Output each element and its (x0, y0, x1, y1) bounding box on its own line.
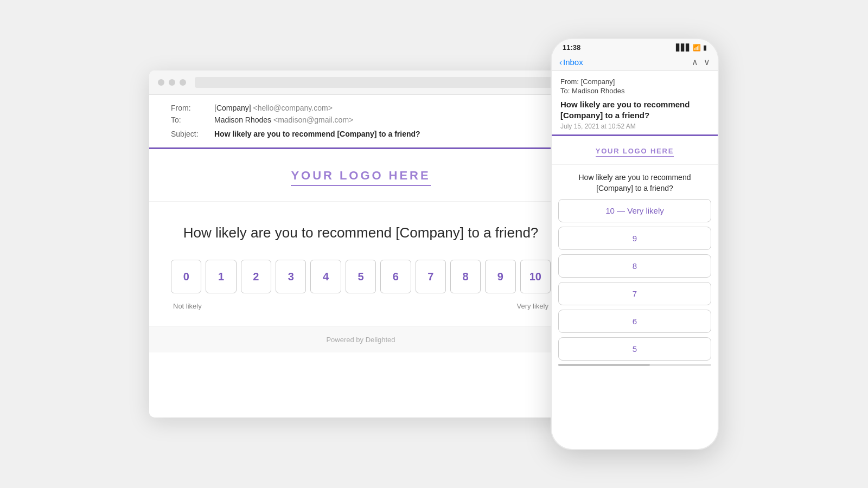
nps-button-4[interactable]: 4 (310, 260, 341, 293)
nps-scale[interactable]: 012345678910 (171, 260, 551, 293)
nps-button-5[interactable]: 5 (346, 260, 376, 293)
phone-to: To: Madison Rhodes (560, 87, 709, 95)
scroll-thumb (558, 364, 650, 366)
to-label: To: (171, 115, 214, 124)
phone-option-3[interactable]: 7 (558, 282, 711, 305)
email-from-row: From: [Company] <hello@company.com> (171, 104, 551, 112)
phone-option-1[interactable]: 9 (558, 227, 711, 250)
nps-button-2[interactable]: 2 (241, 260, 271, 293)
mobile-phone: 11:38 ▋▋▋ 📶 ▮ ‹ Inbox ∧ ∨ From: [Company… (551, 38, 719, 450)
traffic-light-green (180, 79, 186, 86)
email-footer: Powered by Delighted (149, 326, 572, 352)
email-subject-row: Subject: How likely are you to recommend… (171, 130, 551, 138)
nps-button-10[interactable]: 10 (520, 260, 551, 293)
nps-button-7[interactable]: 7 (416, 260, 446, 293)
email-logo-section: YOUR LOGO HERE (149, 149, 572, 202)
address-bar (195, 77, 564, 88)
label-not-likely: Not likely (173, 302, 202, 310)
wifi-icon: 📶 (693, 44, 701, 52)
signal-icon: ▋▋▋ (676, 44, 691, 52)
nav-arrows[interactable]: ∧ ∨ (692, 57, 710, 67)
nps-button-0[interactable]: 0 (171, 260, 201, 293)
phone-email-meta: From: [Company] To: Madison Rhodes How l… (552, 71, 718, 134)
traffic-light-red (158, 79, 164, 86)
phone-date: July 15, 2021 at 10:52 AM (560, 123, 709, 130)
next-email-button[interactable]: ∨ (704, 57, 710, 67)
phone-survey-question: How likely are you to recommend [Company… (552, 165, 718, 199)
phone-option-5[interactable]: 5 (558, 337, 711, 361)
inbox-label[interactable]: Inbox (563, 57, 583, 67)
inbox-back-button[interactable]: ‹ Inbox (559, 57, 583, 67)
phone-email-nav[interactable]: ‹ Inbox ∧ ∨ (552, 54, 718, 71)
traffic-light-yellow (169, 79, 175, 86)
label-very-likely: Very likely (516, 302, 548, 310)
desktop-email-window: From: [Company] <hello@company.com> To: … (149, 70, 572, 418)
window-titlebar (149, 70, 572, 95)
subject-value: How likely are you to recommend [Company… (214, 130, 420, 138)
nps-button-8[interactable]: 8 (450, 260, 481, 293)
phone-option-4[interactable]: 6 (558, 310, 711, 333)
battery-icon: ▮ (703, 44, 707, 52)
survey-question: How likely are you to recommend [Company… (171, 223, 551, 242)
to-value: Madison Rhodes <madison@gmail.com> (214, 115, 353, 124)
phone-statusbar: 11:38 ▋▋▋ 📶 ▮ (552, 39, 718, 54)
phone-email-body: YOUR LOGO HERE How likely are you to rec… (552, 136, 718, 449)
logo-placeholder: YOUR LOGO HERE (291, 169, 430, 186)
phone-from: From: [Company] (560, 78, 709, 86)
phone-logo-section: YOUR LOGO HERE (552, 136, 718, 165)
from-value: [Company] <hello@company.com> (214, 104, 333, 112)
subject-label: Subject: (171, 130, 214, 138)
email-header: From: [Company] <hello@company.com> To: … (149, 95, 572, 147)
phone-time: 11:38 (563, 43, 580, 52)
email-body: How likely are you to recommend [Company… (149, 202, 572, 326)
phone-logo-placeholder: YOUR LOGO HERE (596, 147, 674, 157)
phone-option-0[interactable]: 10 — Very likely (558, 199, 711, 222)
back-chevron-icon: ‹ (559, 57, 562, 67)
nps-labels: Not likely Very likely (171, 302, 551, 310)
nps-button-3[interactable]: 3 (276, 260, 306, 293)
from-label: From: (171, 104, 214, 112)
email-to-row: To: Madison Rhodes <madison@gmail.com> (171, 115, 551, 124)
nps-button-1[interactable]: 1 (206, 260, 236, 293)
prev-email-button[interactable]: ∧ (692, 57, 698, 67)
status-icons: ▋▋▋ 📶 ▮ (676, 44, 707, 52)
nps-button-9[interactable]: 9 (485, 260, 515, 293)
phone-options-list[interactable]: 10 — Very likely98765 (552, 199, 718, 361)
nps-button-6[interactable]: 6 (380, 260, 411, 293)
phone-subject: How likely are you to recommend [Company… (560, 99, 709, 120)
scroll-indicator (558, 364, 711, 366)
phone-option-2[interactable]: 8 (558, 254, 711, 278)
